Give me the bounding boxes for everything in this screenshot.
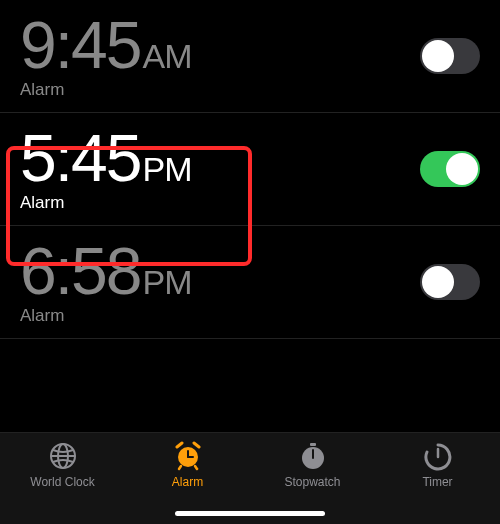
toggle-knob xyxy=(422,266,454,298)
alarm-period: PM xyxy=(142,263,191,302)
home-indicator[interactable] xyxy=(175,511,325,516)
alarm-info: 6:58 PM Alarm xyxy=(20,238,191,326)
alarm-time: 9:45 xyxy=(20,12,140,78)
alarm-clock-icon xyxy=(173,441,203,471)
alarm-time: 6:58 xyxy=(20,238,140,304)
alarm-toggle[interactable] xyxy=(420,38,480,74)
alarm-label: Alarm xyxy=(20,80,191,100)
stopwatch-icon xyxy=(298,441,328,471)
alarm-label: Alarm xyxy=(20,193,191,213)
globe-icon xyxy=(48,441,78,471)
alarm-label: Alarm xyxy=(20,306,191,326)
tab-label: Stopwatch xyxy=(284,475,340,489)
alarm-info: 9:45 AM Alarm xyxy=(20,12,191,100)
svg-line-8 xyxy=(179,466,181,469)
svg-line-7 xyxy=(194,443,199,447)
toggle-knob xyxy=(446,153,478,185)
alarm-row[interactable]: 9:45 AM Alarm xyxy=(0,0,500,113)
alarm-info: 5:45 PM Alarm xyxy=(20,125,191,213)
alarm-list: 9:45 AM Alarm 5:45 PM Alarm 6:58 PM Ala xyxy=(0,0,500,339)
tab-timer[interactable]: Timer xyxy=(394,441,482,489)
tab-alarm[interactable]: Alarm xyxy=(144,441,232,489)
tab-label: World Clock xyxy=(30,475,94,489)
alarm-period: AM xyxy=(142,37,191,76)
alarm-row[interactable]: 5:45 PM Alarm xyxy=(0,113,500,226)
toggle-knob xyxy=(422,40,454,72)
alarm-time: 5:45 xyxy=(20,125,140,191)
tab-world-clock[interactable]: World Clock xyxy=(19,441,107,489)
tab-label: Alarm xyxy=(172,475,203,489)
svg-line-9 xyxy=(195,466,197,469)
tab-stopwatch[interactable]: Stopwatch xyxy=(269,441,357,489)
alarm-row[interactable]: 6:58 PM Alarm xyxy=(0,226,500,339)
tab-label: Timer xyxy=(422,475,452,489)
alarm-period: PM xyxy=(142,150,191,189)
svg-line-6 xyxy=(177,443,182,447)
svg-rect-11 xyxy=(310,443,316,446)
timer-icon xyxy=(423,441,453,471)
alarm-toggle[interactable] xyxy=(420,151,480,187)
alarm-toggle[interactable] xyxy=(420,264,480,300)
